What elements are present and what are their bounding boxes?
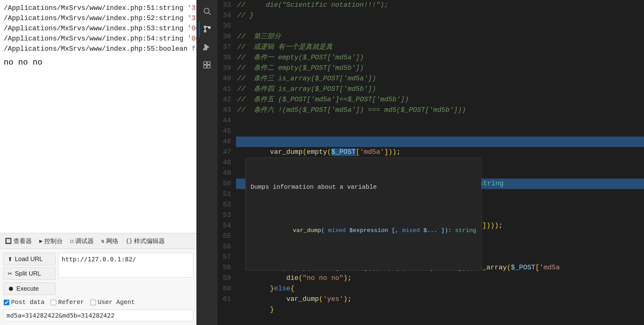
- tab-console-label: 控制台: [44, 237, 63, 245]
- execute-button[interactable]: ⏺ Execute: [3, 282, 56, 295]
- code-line-35: [236, 21, 644, 32]
- output-value-5: false: [191, 45, 196, 53]
- svg-point-0: [204, 8, 209, 13]
- inspector-icon: 🔲: [5, 238, 12, 244]
- tab-inspector-label: 查看器: [13, 237, 32, 245]
- code-line-46[interactable]: var_dump(empty($_POST['md5a']));: [236, 137, 644, 147]
- line-num-40: 40: [217, 74, 231, 84]
- execute-icon: ⏺: [8, 285, 14, 292]
- tab-style-editor[interactable]: {} 样式编辑器: [123, 235, 168, 247]
- output-area: /Applications/MxSrvs/www/index.php:51:st…: [0, 0, 196, 233]
- tooltip-box: Dumps information about a variable var_d…: [245, 158, 482, 271]
- post-data-input[interactable]: [3, 310, 193, 321]
- post-data-label: Post data: [11, 299, 45, 306]
- code-line-33: // die("Scientific notation!!!");: [236, 0, 644, 11]
- svg-line-1: [208, 13, 210, 15]
- tooltip-signature: var_dump( mixed $expression [, mixed $..…: [251, 215, 476, 246]
- activity-search[interactable]: [199, 3, 215, 19]
- controls-panel: ⬆ Load URL ✂ Split URL http://127.0.0.1:…: [0, 249, 196, 325]
- execute-row: ⏺ Execute: [3, 282, 193, 295]
- code-line-42: // 条件五 ($_POST['md5a']==$_POST['md5b']): [236, 95, 644, 105]
- line-num-47: 47: [217, 147, 231, 158]
- referer-checkbox-item[interactable]: Referer: [51, 299, 84, 306]
- split-url-label: Split URL: [15, 270, 41, 277]
- user-agent-checkbox[interactable]: [90, 300, 96, 305]
- code-line-34: // }: [236, 11, 644, 21]
- line-num-61: 61: [217, 294, 231, 305]
- tab-console[interactable]: ▶ 控制台: [36, 235, 66, 247]
- post-data-input-row: [3, 310, 193, 321]
- output-path-1: /Applications/MxSrvs/www/index.php:51:st…: [4, 4, 187, 12]
- activity-bar: [196, 0, 217, 325]
- console-icon: ▶: [39, 238, 43, 244]
- line-num-56: 56: [217, 242, 231, 252]
- svg-rect-7: [204, 62, 207, 65]
- line-num-57: 57: [217, 252, 231, 263]
- line-num-38: 38: [217, 53, 231, 63]
- output-no-no: no no no: [4, 57, 193, 69]
- user-agent-checkbox-item[interactable]: User Agent: [90, 299, 135, 306]
- tab-network-label: 网络: [106, 237, 118, 245]
- code-line-44: [236, 116, 644, 126]
- output-path-4: /Applications/MxSrvs/www/index.php:54:st…: [4, 35, 187, 43]
- line-num-58: 58: [217, 263, 231, 273]
- checkboxes-row: Post data Referer User Agent: [3, 298, 193, 307]
- code-line-41: // 条件四 is_array($_POST['md5b']): [236, 84, 644, 95]
- load-url-button[interactable]: ⬆ Load URL: [3, 253, 56, 265]
- tab-debugger[interactable]: ◻ 调试器: [67, 235, 97, 247]
- svg-point-3: [204, 30, 206, 32]
- activity-extensions[interactable]: [199, 57, 215, 73]
- controls-row-1: ⬆ Load URL ✂ Split URL http://127.0.0.1:…: [3, 253, 193, 280]
- activity-run[interactable]: [199, 39, 215, 55]
- code-lines: // die("Scientific notation!!!"); // } /…: [236, 0, 644, 325]
- svg-point-2: [204, 26, 206, 28]
- post-data-checkbox[interactable]: [4, 300, 9, 305]
- split-url-button[interactable]: ✂ Split URL: [3, 267, 56, 280]
- line-num-37: 37: [217, 42, 231, 53]
- left-panel: /Applications/MxSrvs/www/index.php:51:st…: [0, 0, 196, 325]
- tooltip-title: Dumps information about a variable: [251, 182, 476, 192]
- tab-inspector[interactable]: 🔲 查看器: [2, 235, 35, 247]
- line-numbers: 33 34 35 36 37 38 39 40 41 42 43 44 45 4…: [217, 0, 236, 325]
- editor-panel: 33 34 35 36 37 38 39 40 41 42 43 44 45 4…: [217, 0, 644, 325]
- line-num-36: 36: [217, 32, 231, 42]
- code-line-45: [236, 126, 644, 137]
- output-value-2: '31428: [187, 15, 196, 22]
- output-path-2: /Applications/MxSrvs/www/index.php:52:st…: [4, 15, 187, 22]
- network-icon: ⇅: [101, 238, 105, 244]
- post-data-checkbox-item[interactable]: Post data: [4, 299, 45, 306]
- code-line-47: var_dump($_POST['md5a']); Dumps informat…: [236, 147, 644, 158]
- url-input-area: http://127.0.0.1:82/: [58, 253, 193, 279]
- btn-group: ⬆ Load URL ✂ Split URL: [3, 253, 56, 280]
- load-url-label: Load URL: [15, 255, 43, 263]
- line-num-46: 46: [217, 137, 231, 147]
- line-num-49: 49: [217, 168, 231, 179]
- line-num-33: 33: [217, 0, 231, 11]
- svg-rect-9: [204, 65, 207, 68]
- referer-checkbox[interactable]: [51, 300, 56, 305]
- url-input[interactable]: http://127.0.0.1:82/: [58, 253, 193, 277]
- output-path-5: /Applications/MxSrvs/www/index.php:55:bo…: [4, 45, 191, 53]
- output-line-2: /Applications/MxSrvs/www/index.php:52:st…: [4, 13, 193, 23]
- load-url-icon: ⬆: [8, 256, 12, 263]
- code-line-39: // 条件二 empty($_POST['md5b']): [236, 63, 644, 74]
- code-line-37: // 或逻辑 有一个是真就是真: [236, 42, 644, 53]
- tab-debugger-label: 调试器: [75, 237, 94, 245]
- svg-rect-10: [207, 65, 210, 68]
- activity-git[interactable]: [199, 21, 215, 37]
- line-num-44: 44: [217, 116, 231, 126]
- line-num-60: 60: [217, 284, 231, 294]
- svg-rect-6: [203, 49, 207, 50]
- line-num-52: 52: [217, 200, 231, 210]
- line-num-42: 42: [217, 95, 231, 105]
- tab-style-editor-label: 样式编辑器: [134, 237, 165, 245]
- debugger-icon: ◻: [70, 238, 74, 244]
- line-num-51: 51: [217, 189, 231, 200]
- output-line-5: /Applications/MxSrvs/www/index.php:55:bo…: [4, 44, 193, 54]
- output-line-1: /Applications/MxSrvs/www/index.php:51:st…: [4, 3, 193, 13]
- referer-label: Referer: [58, 299, 84, 306]
- toolbar-tabs: 🔲 查看器 ▶ 控制台 ◻ 调试器 ⇅ 网络 {} 样式编辑器: [0, 233, 196, 249]
- execute-label: Execute: [16, 285, 39, 292]
- output-value-4: '0e990: [187, 35, 196, 43]
- tab-network[interactable]: ⇅ 网络: [98, 235, 122, 247]
